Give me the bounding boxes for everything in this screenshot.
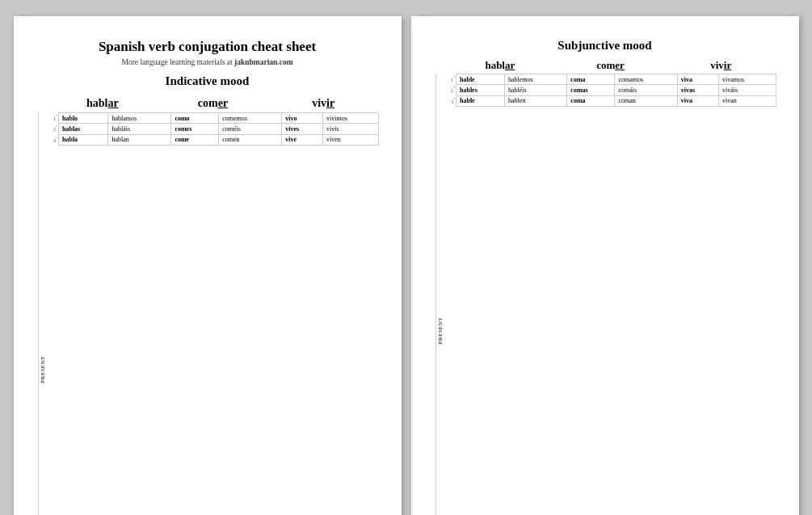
verb-hablar-right: hablar (445, 57, 556, 74)
table-row: 2º hablashabláis comescoméis vivesvivís (48, 124, 379, 134)
verb-headers: hablar comer vivir (48, 95, 379, 112)
table-row: 1º hablehablemos comacomamos vivavivamos (445, 74, 776, 85)
verb-hablar-left: hablar (48, 95, 158, 112)
table-row: 3º hablehablen comacoman vivavivan (445, 95, 776, 106)
left-page: Spanish verb conjugation cheat sheet Mor… (14, 16, 402, 515)
pages-container: Spanish verb conjugation cheat sheet Mor… (14, 16, 799, 515)
indicative-mood-title: Indicative mood (36, 74, 379, 88)
subj-present-label: PRESENT (435, 74, 444, 515)
table-row: 3º hablahablan comecomen viveviven (48, 134, 379, 145)
right-page: Subjunctive mood hablar comer vivir PRES… (411, 16, 799, 515)
present-block: PRESENT 1º hablohablamos comocomemos viv… (36, 112, 379, 515)
verb-vivir-right: vivir (666, 57, 776, 74)
subj-present-table: 1º hablehablemos comacomamos vivavivamos… (445, 74, 776, 107)
verb-comer-left: comer (158, 95, 268, 112)
table-row: 1º hablohablamos comocomemos vivovivimos (48, 113, 379, 124)
subj-present-block: PRESENT 1º hablehablemos comacomamos viv… (434, 74, 776, 515)
page-subtitle: More language learning materials at jaku… (36, 58, 379, 66)
verb-headers-right: hablar comer vivir (445, 57, 776, 74)
subjunctive-title: Subjunctive mood (434, 39, 776, 53)
present-table: 1º hablohablamos comocomemos vivovivimos… (48, 112, 379, 146)
verb-vivir-left: vivir (268, 95, 379, 112)
present-label: PRESENT (36, 112, 48, 515)
verb-comer-right: comer (555, 57, 666, 74)
page-title: Spanish verb conjugation cheat sheet (36, 39, 379, 55)
present-rows: 1º hablohablamos comocomemos vivovivimos… (48, 112, 379, 515)
table-row: 2º hableshabléis comascomáis vivasviváis (445, 85, 776, 95)
